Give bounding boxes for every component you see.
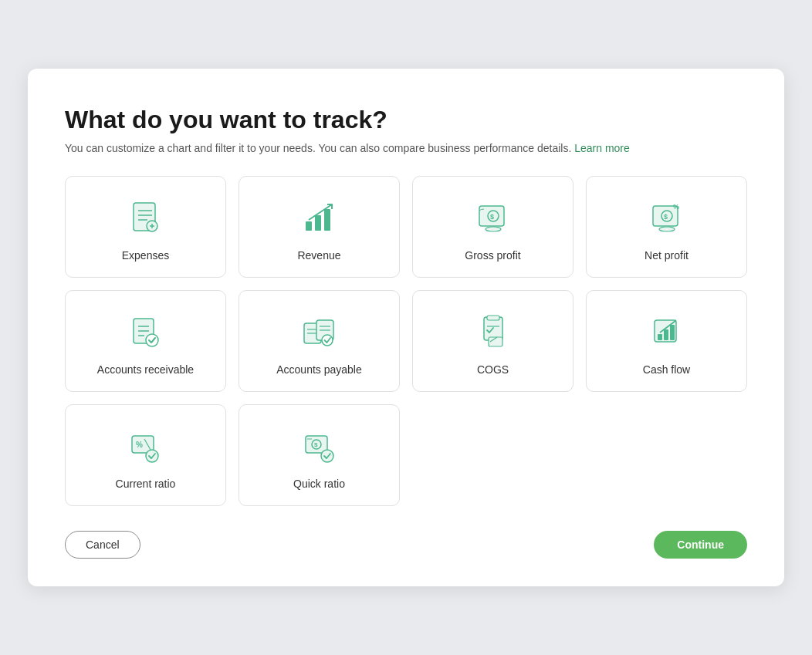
svg-text:$: $ (490, 213, 494, 221)
svg-rect-38 (670, 325, 675, 340)
svg-text:$: $ (664, 213, 668, 221)
accounts-payable-icon (299, 312, 340, 353)
card-gross-profit[interactable]: $ Gross profit (412, 176, 573, 278)
card-expenses-label: Expenses (122, 249, 169, 262)
modal: What do you want to track? You can custo… (28, 69, 784, 586)
modal-subtitle: You can customize a chart and filter it … (65, 142, 747, 154)
svg-point-13 (486, 227, 501, 231)
card-gross-profit-label: Gross profit (465, 249, 520, 262)
svg-point-47 (321, 450, 333, 462)
card-accounts-receivable[interactable]: Accounts receivable (65, 290, 226, 392)
card-placeholder-2 (586, 404, 747, 506)
modal-title: What do you want to track? (65, 106, 747, 134)
card-accounts-payable-label: Accounts payable (276, 363, 362, 376)
continue-button[interactable]: Continue (654, 531, 747, 559)
revenue-icon (299, 198, 340, 238)
card-quick-ratio[interactable]: $ Quick ratio (239, 404, 400, 506)
svg-rect-8 (315, 215, 321, 231)
learn-more-link[interactable]: Learn more (574, 142, 630, 154)
card-cogs[interactable]: COGS (412, 290, 573, 392)
cards-grid-row1: Expenses Revenue $ (65, 176, 747, 278)
svg-rect-32 (487, 316, 499, 320)
cards-grid-row3: % Current ratio $ Quick ratio (65, 404, 747, 506)
card-net-profit-label: Net profit (645, 249, 689, 262)
gross-profit-icon: $ (473, 198, 513, 238)
quick-ratio-icon: $ (299, 427, 340, 467)
cancel-button[interactable]: Cancel (65, 531, 140, 559)
card-net-profit[interactable]: $ % Net profit (586, 176, 747, 278)
card-accounts-receivable-label: Accounts receivable (97, 363, 194, 376)
svg-text:%: % (673, 203, 679, 211)
card-current-ratio[interactable]: % Current ratio (65, 404, 226, 506)
svg-rect-9 (324, 209, 330, 231)
card-quick-ratio-label: Quick ratio (293, 478, 345, 490)
card-accounts-payable[interactable]: Accounts payable (239, 290, 400, 392)
card-cogs-label: COGS (477, 363, 509, 376)
accounts-receivable-icon (126, 312, 166, 353)
expenses-icon (126, 198, 166, 238)
card-placeholder-1 (412, 404, 573, 506)
svg-point-42 (146, 450, 158, 462)
net-profit-icon: $ % (647, 198, 687, 238)
svg-rect-37 (664, 329, 668, 340)
modal-footer: Cancel Continue (65, 531, 747, 559)
card-revenue[interactable]: Revenue (239, 176, 400, 278)
svg-point-23 (146, 334, 158, 346)
svg-point-30 (322, 335, 333, 346)
cogs-icon (473, 312, 513, 353)
svg-rect-7 (306, 221, 312, 231)
svg-text:%: % (136, 441, 143, 449)
svg-rect-36 (658, 334, 662, 340)
card-current-ratio-label: Current ratio (116, 478, 176, 490)
card-expenses[interactable]: Expenses (65, 176, 226, 278)
card-cash-flow[interactable]: Cash flow (586, 290, 747, 392)
card-revenue-label: Revenue (297, 249, 340, 262)
cash-flow-icon (647, 312, 687, 353)
svg-text:$: $ (314, 441, 318, 448)
current-ratio-icon: % (126, 427, 166, 467)
svg-point-18 (659, 227, 675, 231)
cards-grid-row2: Accounts receivable Accounts payable (65, 290, 747, 392)
card-cash-flow-label: Cash flow (643, 363, 690, 376)
